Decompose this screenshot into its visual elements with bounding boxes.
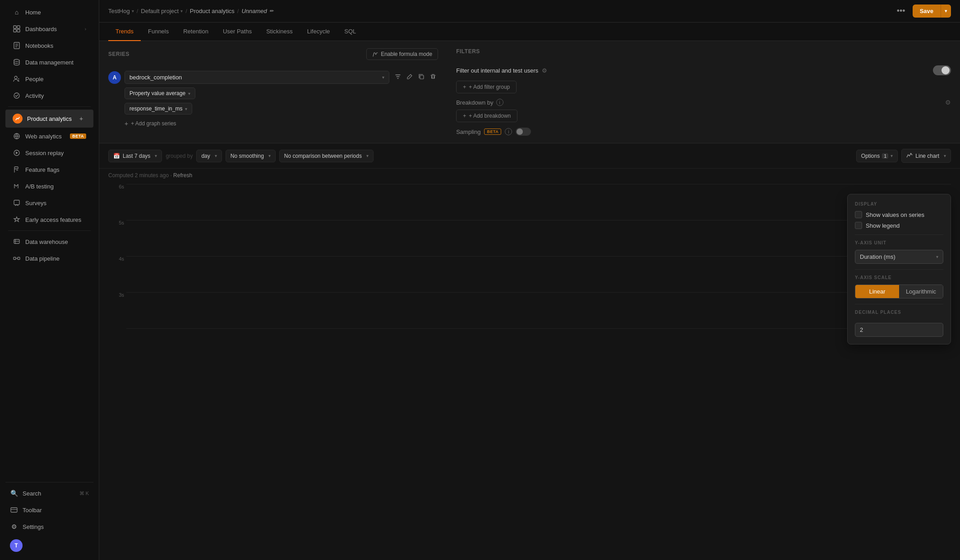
- scale-linear-button[interactable]: Linear: [855, 285, 899, 298]
- series-name-dropdown[interactable]: bedrock_completion ▾: [125, 71, 389, 84]
- sampling-toggle[interactable]: [516, 128, 531, 136]
- sidebar-item-toolbar[interactable]: Toolbar: [3, 502, 96, 518]
- breadcrumb-page: Unnamed ✏: [241, 8, 273, 14]
- grid-line-3: [126, 256, 951, 257]
- sidebar-label-early-access: Early access features: [25, 216, 86, 223]
- breadcrumb-workspace[interactable]: TestHog ▾: [108, 8, 134, 14]
- breakdown-info-icon[interactable]: i: [496, 99, 503, 106]
- sidebar-label-data-warehouse: Data warehouse: [25, 239, 86, 245]
- topbar: TestHog ▾ / Default project ▾ / Product …: [99, 0, 960, 23]
- smoothing-select[interactable]: No smoothing ▾: [226, 150, 276, 162]
- web-analytics-icon: [13, 132, 21, 140]
- tab-user-paths[interactable]: User Paths: [216, 23, 259, 41]
- options-button[interactable]: Options 1 ▾: [856, 150, 898, 162]
- sidebar-item-feature-flags[interactable]: Feature flags: [5, 161, 93, 178]
- group-period-select[interactable]: day ▾: [196, 150, 222, 162]
- nav-tabs: Trends Funnels Retention User Paths Stic…: [99, 23, 960, 41]
- add-button[interactable]: +: [76, 114, 86, 124]
- property-method-dropdown[interactable]: Property value average ▾: [125, 87, 195, 99]
- svg-rect-25: [11, 508, 17, 512]
- add-filter-group-button[interactable]: + + Add filter group: [456, 81, 517, 93]
- formula-icon: [372, 51, 378, 57]
- internal-users-toggle[interactable]: [933, 65, 951, 75]
- scale-logarithmic-button[interactable]: Logarithmic: [899, 285, 943, 298]
- show-values-row[interactable]: Show values on series: [855, 211, 943, 218]
- sidebar-item-product-analytics[interactable]: Product analytics +: [5, 110, 93, 128]
- sidebar-item-early-access[interactable]: Early access features: [5, 211, 93, 228]
- show-values-checkbox[interactable]: [855, 211, 862, 218]
- svg-point-9: [14, 76, 17, 79]
- series-delete-button[interactable]: [428, 72, 438, 83]
- sidebar-item-data-pipeline[interactable]: Data pipeline: [5, 250, 93, 266]
- sidebar-item-ab-testing[interactable]: A/B testing: [5, 178, 93, 194]
- sidebar-item-search[interactable]: 🔍 Search ⌘ K: [3, 485, 96, 501]
- sidebar-divider-1: [8, 106, 91, 107]
- grid-line-4: [126, 292, 951, 293]
- sampling-info-icon[interactable]: i: [505, 128, 512, 135]
- sidebar-item-data-management[interactable]: Data management: [5, 54, 93, 70]
- edit-icon[interactable]: ✏: [269, 8, 273, 14]
- sidebar-item-home[interactable]: ⌂ Home: [5, 4, 93, 20]
- sidebar-label-settings: Settings: [23, 523, 89, 530]
- toolbar-icon: [10, 506, 18, 514]
- sidebar-label-toolbar: Toolbar: [23, 507, 89, 514]
- settings-icon: ⚙: [10, 523, 18, 531]
- y-axis-unit-dropdown[interactable]: Duration (ms) ▾: [855, 250, 943, 264]
- computed-info: Computed 2 minutes ago · Refresh: [108, 169, 951, 184]
- ab-testing-icon: [13, 182, 21, 190]
- formula-mode-button[interactable]: Enable formula mode: [366, 48, 438, 60]
- tab-lifecycle[interactable]: Lifecycle: [300, 23, 337, 41]
- more-button[interactable]: •••: [893, 5, 909, 18]
- refresh-link[interactable]: Refresh: [173, 172, 192, 179]
- tab-retention[interactable]: Retention: [176, 23, 216, 41]
- workspace-chevron: ▾: [132, 9, 134, 14]
- sidebar-item-surveys[interactable]: Surveys: [5, 195, 93, 211]
- internal-users-label: Filter out internal and test users: [456, 67, 538, 74]
- tab-trends[interactable]: Trends: [108, 23, 141, 41]
- people-icon: [13, 75, 21, 83]
- sidebar-item-data-warehouse[interactable]: Data warehouse: [5, 234, 93, 250]
- avatar: T: [10, 539, 23, 552]
- svg-marker-14: [16, 151, 18, 154]
- save-button[interactable]: Save: [913, 5, 941, 18]
- filter-label: Filter out internal and test users ⚙: [456, 67, 547, 74]
- comparison-select[interactable]: No comparison between periods ▾: [279, 150, 374, 162]
- sidebar-item-web-analytics[interactable]: Web analytics BETA: [5, 128, 93, 144]
- sidebar-item-dashboards[interactable]: Dashboards ›: [5, 21, 93, 37]
- series-copy-button[interactable]: [416, 72, 426, 83]
- sidebar-item-settings[interactable]: ⚙ Settings: [3, 519, 96, 535]
- save-dropdown-button[interactable]: ▾: [941, 5, 951, 18]
- add-breakdown-button[interactable]: + + Add breakdown: [456, 110, 517, 122]
- pencil-icon: [406, 73, 413, 80]
- add-series-button[interactable]: + + Add graph series: [125, 118, 176, 129]
- sidebar-item-session-replay[interactable]: Session replay: [5, 145, 93, 161]
- sidebar-item-activity[interactable]: Activity: [5, 87, 93, 104]
- tab-funnels[interactable]: Funnels: [141, 23, 176, 41]
- sampling-label: Sampling: [456, 129, 480, 135]
- filter-gear-icon[interactable]: ⚙: [542, 67, 547, 74]
- chart-type-button[interactable]: Line chart ▾: [901, 149, 951, 163]
- breakdown-gear-icon[interactable]: ⚙: [945, 99, 951, 106]
- sidebar-label-home: Home: [25, 9, 86, 16]
- series-filter-button[interactable]: [393, 72, 403, 83]
- chart-type-icon: [906, 152, 913, 160]
- show-legend-checkbox[interactable]: [855, 222, 862, 229]
- activity-icon: [13, 92, 21, 100]
- show-legend-row[interactable]: Show legend: [855, 222, 943, 229]
- group-period-label: day: [201, 153, 210, 159]
- tab-stickiness[interactable]: Stickiness: [259, 23, 300, 41]
- sidebar-item-avatar[interactable]: T: [3, 535, 96, 556]
- sidebar-item-people[interactable]: People: [5, 71, 93, 87]
- decimal-places-input[interactable]: [855, 323, 943, 337]
- breadcrumb-project[interactable]: Default project ▾: [141, 8, 183, 14]
- property-name-dropdown[interactable]: response_time_in_ms ▾: [125, 103, 192, 115]
- project-label: Default project: [141, 8, 179, 14]
- chart-type-label: Line chart: [915, 153, 939, 159]
- series-edit-button[interactable]: [405, 72, 415, 83]
- plus-icon-2: +: [463, 84, 466, 90]
- sidebar-item-notebooks[interactable]: Notebooks: [5, 37, 93, 54]
- date-range-select[interactable]: 📅 Last 7 days ▾: [108, 150, 162, 162]
- tab-sql[interactable]: SQL: [337, 23, 363, 41]
- series-row: A bedrock_completion ▾: [108, 71, 438, 84]
- series-name-label: bedrock_completion: [129, 74, 182, 81]
